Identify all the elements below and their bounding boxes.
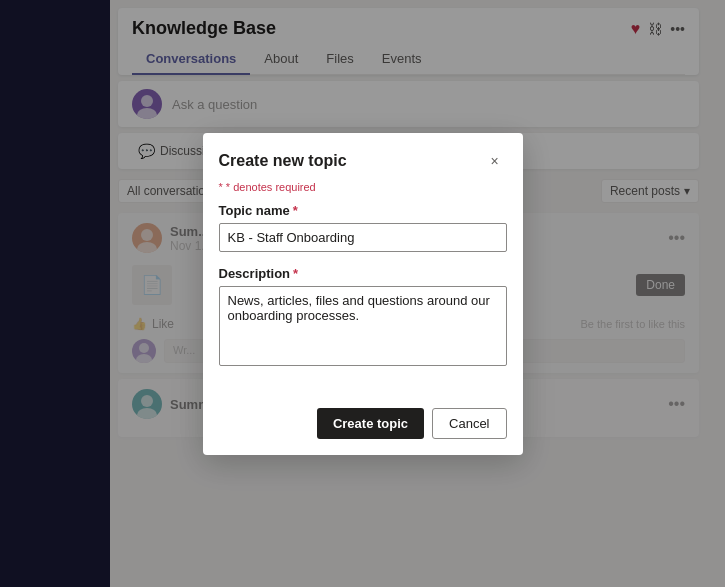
cancel-button[interactable]: Cancel bbox=[432, 408, 506, 439]
modal-required-note: * * denotes required bbox=[203, 181, 523, 203]
description-group: Description * News, articles, files and … bbox=[219, 266, 507, 370]
modal-header: Create new topic × bbox=[203, 133, 523, 181]
description-required: * bbox=[293, 266, 298, 281]
modal-body: Topic name * Description * News, article… bbox=[203, 203, 523, 400]
modal-close-button[interactable]: × bbox=[483, 149, 507, 173]
create-topic-button[interactable]: Create topic bbox=[317, 408, 424, 439]
modal-overlay: Create new topic × * * denotes required … bbox=[0, 0, 725, 587]
page-background: Knowledge Base ♥ ⛓ ••• Conversations Abo… bbox=[0, 0, 725, 587]
modal-footer: Create topic Cancel bbox=[203, 400, 523, 455]
topic-name-required: * bbox=[293, 203, 298, 218]
topic-name-label: Topic name * bbox=[219, 203, 507, 218]
create-topic-modal: Create new topic × * * denotes required … bbox=[203, 133, 523, 455]
topic-name-group: Topic name * bbox=[219, 203, 507, 252]
description-textarea[interactable]: News, articles, files and questions arou… bbox=[219, 286, 507, 366]
topic-name-input[interactable] bbox=[219, 223, 507, 252]
description-label: Description * bbox=[219, 266, 507, 281]
modal-title: Create new topic bbox=[219, 152, 347, 170]
